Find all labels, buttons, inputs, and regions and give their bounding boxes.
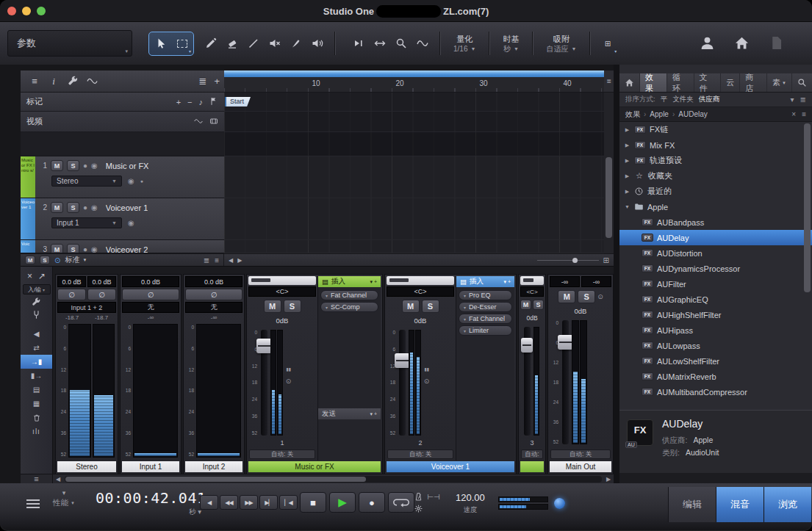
solo-button[interactable]: S xyxy=(578,290,595,303)
io-view-select[interactable]: 入/输▾ xyxy=(23,284,51,295)
collapse-channels-icon[interactable]: ◀ xyxy=(21,327,52,341)
marker-flag-icon[interactable] xyxy=(209,97,218,107)
record-arm-button[interactable]: ● xyxy=(83,245,87,253)
meter-hold-icon[interactable]: ▮▮ xyxy=(286,366,291,372)
mute-button[interactable]: M xyxy=(402,300,420,313)
notes-icon[interactable] xyxy=(769,35,784,52)
meter-hold-icon[interactable]: ▮▮ xyxy=(424,366,429,372)
narrow-channels-icon[interactable]: ⇄ xyxy=(21,341,52,355)
track-lane-voiceover-2[interactable] xyxy=(224,240,604,253)
gain-display[interactable]: 0.0 dB xyxy=(122,276,179,287)
tab-files[interactable]: 文件 xyxy=(694,73,722,92)
scrollbar-thumb[interactable] xyxy=(804,123,811,292)
arrange-vertical-scrollbar[interactable] xyxy=(604,93,614,253)
phase-invert-button[interactable]: ∅ xyxy=(87,289,116,300)
performance-monitor[interactable]: ▾ 性能▼ xyxy=(53,490,75,508)
tuner-icon[interactable] xyxy=(32,310,41,319)
track-height-select[interactable]: 标准▼ xyxy=(65,255,87,265)
track-lane-voiceover-1[interactable] xyxy=(224,198,604,240)
chevron-right-icon[interactable]: ▶ xyxy=(624,127,630,133)
tree-item-fx-chains[interactable]: ▶FXFX链 xyxy=(619,122,812,137)
mixer-menu-icon[interactable]: ≡ xyxy=(21,474,53,483)
mixer-channel-3[interactable]: <C> M S 0dB 3 自动: xyxy=(518,274,546,474)
eraser-tool-button[interactable] xyxy=(221,33,242,54)
fader-handle[interactable] xyxy=(256,339,272,353)
quantize-dropdown[interactable]: 量化 1/16▼ xyxy=(447,29,482,58)
fader-handle[interactable] xyxy=(521,338,533,353)
scrollbar-thumb[interactable] xyxy=(65,477,366,482)
marker-lane[interactable]: Start xyxy=(224,93,604,112)
monitor-power-icon[interactable]: ⊙ xyxy=(54,256,60,264)
monitor-button[interactable]: ◉ xyxy=(91,203,98,212)
track-layers-icon[interactable]: ≣ xyxy=(199,76,207,87)
track-color-strip[interactable]: Music or FX Intro s/ xyxy=(21,156,35,198)
zoom-slider-handle[interactable] xyxy=(572,258,578,263)
channel-color-tab[interactable] xyxy=(520,276,544,285)
track-color-strip[interactable]: Voic xyxy=(21,240,35,253)
solo-button[interactable]: S xyxy=(422,300,439,313)
track-input-select[interactable]: Input 1▼ xyxy=(51,217,122,228)
titlebar[interactable]: Studio One ZL.com(7) xyxy=(0,0,812,22)
plugin-item[interactable]: FXAUDistortion xyxy=(619,245,812,261)
chevron-right-icon[interactable]: ▶ xyxy=(624,173,630,179)
plugin-item[interactable]: FXAUFilter xyxy=(619,276,812,292)
insert-slot[interactable]: ▾SC-Comp xyxy=(320,302,378,312)
trash-icon[interactable] xyxy=(21,411,52,425)
tree-item-apple-folder[interactable]: ▼Apple xyxy=(619,199,812,214)
chevron-down-icon[interactable]: ▼ xyxy=(624,204,630,209)
mixer-channel-main-out[interactable]: -∞ -∞ M S ⊙ 0dB 061218243652 自动: 关 Main … xyxy=(547,274,614,474)
solo-button[interactable]: S xyxy=(533,300,544,310)
mute-button[interactable]: M xyxy=(520,300,531,310)
plugin-item[interactable]: FXAUDynamicsProcessor xyxy=(619,261,812,276)
record-button[interactable]: ● xyxy=(359,492,385,513)
channel-name-label[interactable]: Input 2 xyxy=(185,461,242,472)
channel-name-label[interactable]: Voiceover 1 xyxy=(387,461,514,472)
sort-option-folder[interactable]: 文件夹 xyxy=(672,95,694,104)
tab-loops[interactable]: 循环 xyxy=(667,73,694,92)
snap-mode-button[interactable]: ⊞▾ xyxy=(597,33,618,54)
insert-slot[interactable]: ▾Limiter xyxy=(459,325,512,336)
marker-track-header[interactable]: 标记 + − ♪ xyxy=(21,93,224,112)
input-route-select[interactable]: Input 1 + 2 xyxy=(57,302,116,313)
browser-scrollbar[interactable] xyxy=(804,122,811,408)
plugin-item[interactable]: FXAUMatrixReverb xyxy=(619,369,812,384)
chevron-right-icon[interactable]: ▶ xyxy=(624,158,630,164)
solo-button[interactable]: S xyxy=(67,202,79,213)
scroll-right-arrow[interactable]: ▶ xyxy=(603,476,614,483)
pencil-tool-button[interactable] xyxy=(200,33,221,54)
automation-mode-select[interactable]: 自动: 关 xyxy=(249,449,315,459)
zoom-options-icon[interactable]: ⊞ xyxy=(603,256,609,264)
sort-option-flat[interactable]: 平 xyxy=(661,95,668,104)
sends-header[interactable]: 发送▾ + xyxy=(318,408,381,419)
user-account-icon[interactable] xyxy=(700,35,715,52)
list-view-icon[interactable]: ≣ xyxy=(800,95,806,104)
gain-display[interactable]: 0.0 dB xyxy=(185,276,242,287)
monitor-button[interactable]: ◉ xyxy=(91,162,98,170)
channel-name-label[interactable]: Main Out xyxy=(550,461,611,472)
zoom-tool-button[interactable] xyxy=(390,33,412,54)
paint-tool-button[interactable] xyxy=(242,33,264,54)
channel-name-label[interactable]: Input 1 xyxy=(122,461,179,472)
plugin-item[interactable]: FXAUGraphicEQ xyxy=(619,292,812,307)
tab-shop[interactable]: 商店 xyxy=(740,73,767,92)
track-input-select[interactable]: Stereo▼ xyxy=(51,176,122,187)
mute-button[interactable]: M xyxy=(558,290,575,303)
track-name[interactable]: Music or FX xyxy=(106,162,149,170)
surround-pan-icon[interactable]: ⊙ xyxy=(424,378,430,385)
automation-mode-select[interactable]: 自动: 关 xyxy=(550,449,611,459)
panel-splitter[interactable] xyxy=(614,65,619,483)
split-tool-button[interactable] xyxy=(285,33,306,54)
chevron-right-icon[interactable]: ▶ xyxy=(624,189,630,195)
clear-path-icon[interactable]: × xyxy=(791,110,796,118)
peak-display[interactable]: -∞ xyxy=(581,276,611,287)
loop-button[interactable] xyxy=(388,492,414,513)
tree-item-recent[interactable]: ▶最近的 xyxy=(619,184,812,199)
add-marker-button[interactable]: + xyxy=(176,98,181,106)
link-icon[interactable]: ● xyxy=(140,178,143,184)
gain-display[interactable]: 0.0 dB xyxy=(57,276,86,287)
phase-invert-button[interactable]: ∅ xyxy=(185,289,242,300)
insert-slot[interactable]: ▾Fat Channel xyxy=(459,314,512,324)
mix-page-button[interactable]: 混音 xyxy=(716,487,764,522)
add-track-button[interactable]: + xyxy=(214,76,220,87)
tab-more[interactable]: 素▼ xyxy=(767,73,792,92)
